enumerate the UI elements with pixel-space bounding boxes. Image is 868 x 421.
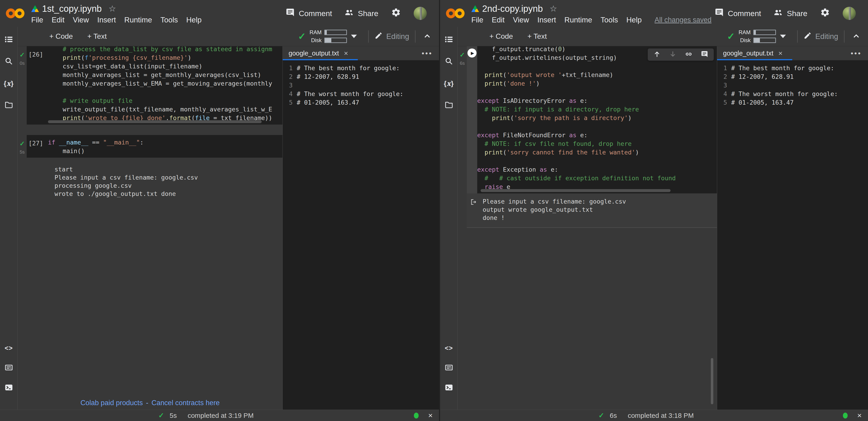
menu-item-help[interactable]: Help: [626, 16, 642, 24]
share-label: Share: [787, 9, 807, 18]
cell-run-indicator[interactable]: ✓6s: [458, 46, 467, 193]
status-close-button[interactable]: ×: [428, 411, 433, 420]
menu-item-file[interactable]: File: [31, 16, 43, 24]
copy-cell-link-button[interactable]: [685, 51, 692, 58]
menu-item-tools[interactable]: Tools: [600, 16, 618, 24]
menu-item-runtime[interactable]: Runtime: [564, 16, 592, 24]
search-icon: [4, 57, 13, 66]
avatar[interactable]: [414, 7, 427, 20]
horizontal-scrollbar-thumb[interactable]: [48, 120, 262, 123]
collapse-header-button[interactable]: [852, 32, 860, 41]
cell-comment-button[interactable]: [701, 51, 708, 58]
star-icon[interactable]: ☆: [108, 4, 116, 13]
command-palette-button[interactable]: [4, 363, 14, 373]
colab-window: 2nd-copy.ipynb☆FileEditViewInsertRuntime…: [440, 0, 868, 421]
variables-icon: {x}: [444, 80, 454, 87]
share-button[interactable]: Share: [774, 8, 807, 19]
editing-mode-button[interactable]: Editing: [804, 31, 838, 41]
panel-more-button[interactable]: •••: [850, 49, 868, 58]
toolbar-divider: [415, 30, 415, 43]
colab-logo-icon[interactable]: [5, 6, 26, 20]
move-cell-down-button[interactable]: [669, 51, 677, 58]
files-button[interactable]: [4, 100, 14, 110]
file-content-editor[interactable]: 1# The best month for google:2# 12-2007,…: [283, 60, 439, 410]
menu-item-runtime[interactable]: Runtime: [124, 16, 152, 24]
menu-item-edit[interactable]: Edit: [492, 16, 504, 24]
vertical-scrollbar-thumb[interactable]: [711, 358, 713, 404]
panel-tab[interactable]: google_output.txt×: [723, 49, 782, 58]
line-number: 2: [720, 73, 727, 81]
panel-more-button[interactable]: •••: [422, 49, 439, 58]
menu-item-view[interactable]: View: [73, 16, 89, 24]
panel-tab-close-icon[interactable]: ×: [344, 49, 348, 58]
resources-button[interactable]: RAMDisk: [310, 29, 347, 44]
code-cell[interactable]: ▶ f_output.truncate(0) f_output.writelin…: [467, 46, 717, 193]
code-cell[interactable]: [26] # process the data_list by csv file…: [27, 46, 282, 124]
settings-button[interactable]: [820, 7, 830, 19]
terminal-button[interactable]: [444, 383, 454, 393]
terminal-button[interactable]: [4, 383, 14, 393]
files-button[interactable]: [444, 100, 454, 110]
notebook-title[interactable]: 1st_copy.ipynb: [42, 4, 102, 14]
notebook-scroll-area[interactable]: ✓6s▶ f_output.truncate(0) f_output.write…: [458, 46, 717, 410]
menu-item-file[interactable]: File: [471, 16, 483, 24]
cell-editor[interactable]: f_output.truncate(0) f_output.writelines…: [477, 46, 717, 193]
resources-dropdown-caret[interactable]: [351, 35, 357, 38]
share-button[interactable]: Share: [345, 8, 378, 19]
code-cell[interactable]: [27]if __name__ == "__main__": main(): [27, 135, 282, 158]
file-content-editor[interactable]: 1# The best month for google:2# 12-2007,…: [717, 60, 868, 410]
variables-button[interactable]: {x}: [444, 78, 454, 88]
add-text-button[interactable]: + Text: [527, 32, 547, 40]
add-code-button[interactable]: + Code: [49, 32, 73, 40]
settings-button[interactable]: [391, 7, 401, 19]
cancel-contracts-link[interactable]: Cancel contracts here: [152, 399, 220, 407]
status-exec-time: 6s: [610, 412, 617, 419]
run-cell-button[interactable]: ▶: [467, 49, 476, 58]
status-bar: ✓6scompleted at 3:18 PM×: [440, 410, 868, 421]
variables-button[interactable]: {x}: [4, 78, 14, 88]
collapse-header-button[interactable]: [423, 32, 431, 41]
panel-tab[interactable]: google_output.txt×: [288, 49, 348, 58]
menu-item-view[interactable]: View: [513, 16, 529, 24]
avatar[interactable]: [843, 7, 856, 20]
horizontal-scrollbar-thumb[interactable]: [480, 189, 671, 192]
status-close-button[interactable]: ×: [857, 411, 862, 420]
menu-item-edit[interactable]: Edit: [52, 16, 64, 24]
code-snippets-button[interactable]: <>: [444, 343, 454, 353]
find-replace-button[interactable]: [4, 57, 14, 66]
colab-paid-products-link[interactable]: Colab paid products: [81, 399, 143, 407]
code-snippets-button[interactable]: <>: [4, 343, 14, 353]
cell-editor[interactable]: if __name__ == "__main__": main(): [48, 135, 282, 158]
cell-run-indicator[interactable]: ✓0s: [18, 46, 27, 124]
table-of-contents-button[interactable]: [4, 35, 14, 45]
add-code-button[interactable]: + Code: [489, 32, 513, 40]
command-palette-button[interactable]: [444, 363, 454, 373]
connected-check-icon: ✓: [298, 31, 306, 42]
notebook-scroll-area[interactable]: ✓0s[26] # process the data_list by csv f…: [18, 46, 282, 410]
notebook-title[interactable]: 2nd-copy.ipynb: [482, 4, 543, 14]
main-area: {x}<>+ Code+ Text✓RAMDiskEditing✓6s▶ f_o…: [440, 27, 868, 410]
menu-item-insert[interactable]: Insert: [97, 16, 116, 24]
line-number: 3: [286, 81, 293, 90]
comment-button[interactable]: Comment: [715, 8, 761, 19]
menu-item-help[interactable]: Help: [186, 16, 202, 24]
code-line: print('done !'): [477, 79, 717, 88]
add-text-button[interactable]: + Text: [87, 32, 107, 40]
move-cell-up-button[interactable]: [653, 51, 661, 58]
colab-logo-icon[interactable]: [445, 6, 466, 20]
cell-run-indicator[interactable]: ✓5s: [18, 135, 27, 158]
toolbar-divider: [368, 30, 369, 43]
panel-tab-close-icon[interactable]: ×: [778, 49, 783, 58]
resources-dropdown-caret[interactable]: [780, 35, 786, 38]
resources-button[interactable]: RAMDisk: [739, 29, 776, 44]
comment-button[interactable]: Comment: [286, 8, 332, 19]
star-icon[interactable]: ☆: [550, 4, 557, 13]
table-of-contents-button[interactable]: [444, 35, 454, 45]
find-replace-button[interactable]: [444, 57, 454, 66]
editing-mode-button[interactable]: Editing: [374, 31, 409, 41]
toc-icon: [445, 35, 453, 45]
menu-item-tools[interactable]: Tools: [160, 16, 178, 24]
saved-status[interactable]: All changes saved: [654, 16, 712, 24]
menu-item-insert[interactable]: Insert: [537, 16, 556, 24]
cell-editor[interactable]: # process the data_list by csv file as s…: [48, 46, 282, 124]
